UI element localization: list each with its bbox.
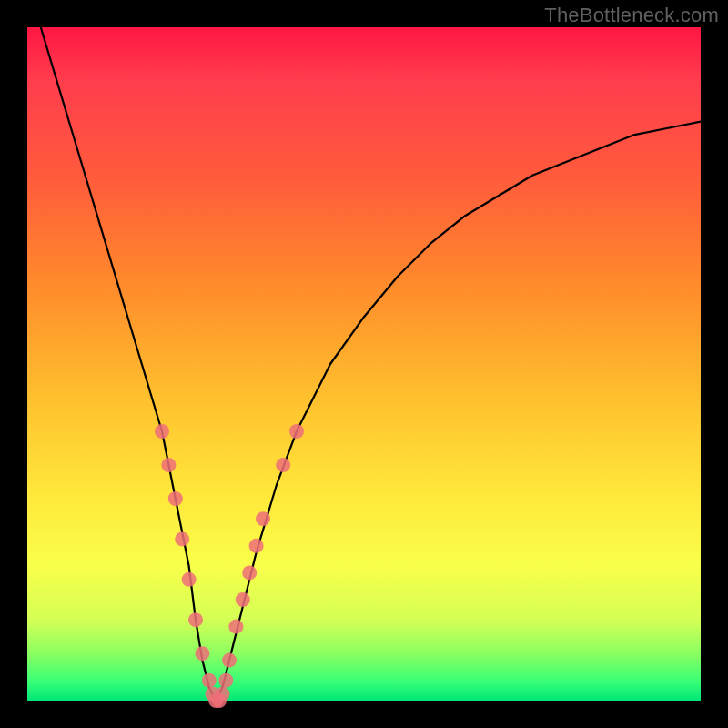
marker-dot: [155, 424, 169, 439]
marker-dot: [222, 653, 237, 668]
watermark-text: TheBottleneck.com: [544, 4, 719, 27]
marker-dot: [236, 592, 250, 607]
marker-dot: [195, 646, 209, 661]
marker-dot: [175, 531, 189, 546]
marker-dot: [168, 491, 183, 506]
marker-dot: [289, 424, 304, 439]
marker-dot: [242, 565, 257, 580]
curve-svg: [27, 27, 701, 701]
marker-dot: [216, 687, 230, 702]
marker-dot: [182, 572, 197, 587]
marker-dot: [188, 612, 203, 627]
plot-area: [27, 27, 701, 701]
marker-dot: [276, 458, 290, 472]
marker-dot: [218, 673, 233, 688]
marker-dot: [256, 511, 270, 526]
marker-dot: [202, 673, 217, 688]
marker-dot: [228, 620, 243, 634]
data-markers: [155, 424, 304, 708]
marker-dot: [161, 458, 176, 472]
bottleneck-curve: [41, 27, 701, 701]
marker-dot: [249, 539, 264, 553]
chart-frame: TheBottleneck.com: [0, 0, 728, 728]
